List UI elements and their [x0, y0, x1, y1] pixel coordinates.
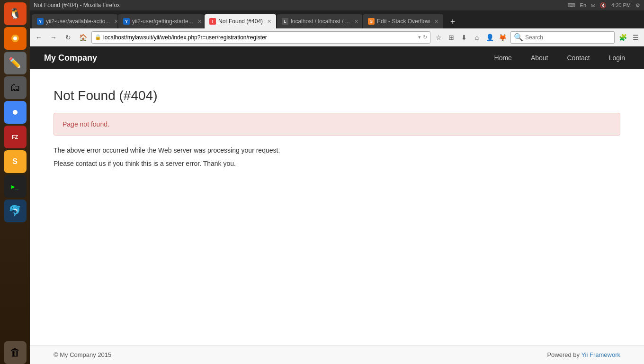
url-bar: 🔒 ▾ ↻ — [91, 31, 430, 44]
tab-close-btn[interactable]: ✕ — [114, 18, 117, 25]
nav-link-contact[interactable]: Contact — [562, 52, 594, 64]
footer-powered: Powered by Yii Framework — [547, 351, 620, 358]
tab-favicon: S — [368, 18, 375, 25]
back-btn[interactable]: ← — [33, 31, 45, 44]
nav-links: Home About Contact Login — [490, 52, 630, 64]
titlebar-controls: ⌨ En ✉ 🔇 4:20 PM ⚙ — [568, 2, 640, 9]
error-desc-1: The above error occurred while the Web s… — [54, 145, 620, 155]
taskbar-icon-mysql[interactable]: 🐬 — [4, 200, 27, 222]
tab-stackoverflow[interactable]: S Edit - Stack Overflow ✕ — [363, 14, 443, 28]
profile-icon[interactable]: 👤 — [484, 32, 495, 43]
lock-icon: 🔒 — [95, 34, 101, 40]
yii-framework-link[interactable]: Yii Framework — [581, 351, 620, 358]
taskbar-icon-folder[interactable]: 🗂 — [4, 76, 27, 99]
taskbar-icon-firefox[interactable] — [4, 27, 27, 50]
volume-icon: 🔇 — [600, 2, 607, 9]
tab-yii-getting[interactable]: Y yii2-user/getting-starte... ✕ — [118, 14, 204, 28]
bookmark-star-icon[interactable]: ☆ — [433, 32, 444, 43]
home-icon[interactable]: ⌂ — [471, 32, 483, 43]
search-bar: 🔍 — [510, 31, 615, 44]
lang-indicator: En — [580, 2, 586, 8]
tab-close-btn[interactable]: ✕ — [434, 18, 438, 25]
refresh-icon[interactable]: ↻ — [423, 34, 427, 40]
tab-close-btn[interactable]: ✕ — [354, 18, 358, 25]
tab-404[interactable]: ! Not Found (#404) ✕ — [205, 14, 276, 28]
powered-prefix: Powered by — [547, 351, 581, 358]
svg-point-2 — [13, 36, 17, 40]
site-brand: My Company — [44, 53, 97, 63]
mail-icon: ✉ — [591, 2, 595, 9]
tab-favicon: Y — [123, 18, 130, 25]
site-navbar: My Company Home About Contact Login — [30, 46, 644, 69]
fox-icon[interactable]: 🦊 — [497, 32, 508, 43]
taskbar-icon-terminal[interactable]: ▶_ — [4, 175, 27, 198]
tab-localhost[interactable]: L localhost / localhost / ... ✕ — [277, 14, 362, 28]
taskbar-icon-chrome[interactable] — [4, 101, 27, 124]
tab-label: localhost / localhost / ... — [291, 18, 350, 25]
footer-copyright: © My Company 2015 — [54, 351, 111, 358]
tab-favicon: Y — [37, 18, 44, 25]
home-btn[interactable]: 🏠 — [77, 31, 89, 44]
settings-icon[interactable]: ⚙ — [635, 2, 640, 9]
tab-favicon: L — [282, 18, 288, 25]
reload-btn[interactable]: ↻ — [62, 31, 74, 44]
nav-link-home[interactable]: Home — [490, 52, 517, 64]
taskbar-icon-trash[interactable]: 🗑 — [4, 341, 27, 364]
forward-btn[interactable]: → — [47, 31, 60, 44]
svg-point-4 — [13, 110, 18, 115]
browser-window: Not Found (#404) - Mozilla Firefox ⌨ En … — [30, 0, 644, 364]
search-icon: 🔍 — [514, 33, 523, 42]
tab-close-btn[interactable]: ✕ — [267, 18, 271, 25]
toolbar-right-icons: 🧩 ☰ — [617, 32, 641, 43]
taskbar-icon-edit[interactable]: ✏️ — [4, 52, 27, 74]
alert-text: Page not found. — [63, 120, 109, 128]
dropdown-icon[interactable]: ▾ — [418, 34, 421, 40]
tab-label: Not Found (#404) — [218, 18, 263, 25]
tab-yii-available[interactable]: Y yii2-user/available-actio... ✕ — [32, 14, 117, 28]
taskbar-icon-ubuntu[interactable]: 🐧 — [4, 2, 27, 25]
keyboard-icon: ⌨ — [568, 2, 575, 9]
clock: 4:20 PM — [611, 2, 631, 8]
menu-icon[interactable]: ☰ — [630, 32, 641, 43]
download-icon[interactable]: ⬇ — [458, 32, 470, 43]
extensions-icon[interactable]: 🧩 — [617, 32, 628, 43]
pocket-icon[interactable]: ⊞ — [446, 32, 457, 43]
taskbar: 🐧 ✏️ 🗂 FZ S ▶_ 🐬 🗑 — [0, 0, 30, 364]
alert-box: Page not found. — [54, 113, 620, 136]
error-desc-2: Please contact us if you think this is a… — [54, 158, 620, 169]
toolbar-action-icons: ☆ ⊞ ⬇ ⌂ 👤 🦊 — [433, 32, 508, 43]
page-content: Not Found (#404) Page not found. The abo… — [30, 69, 644, 345]
tab-close-btn[interactable]: ✕ — [197, 18, 202, 25]
nav-link-login[interactable]: Login — [604, 52, 630, 64]
titlebar: Not Found (#404) - Mozilla Firefox ⌨ En … — [30, 0, 644, 10]
search-input[interactable] — [525, 34, 611, 41]
nav-link-about[interactable]: About — [526, 52, 553, 64]
page-footer: © My Company 2015 Powered by Yii Framewo… — [30, 345, 644, 364]
taskbar-icon-sublime[interactable]: S — [4, 150, 27, 173]
url-input[interactable] — [103, 34, 416, 41]
window-title: Not Found (#404) - Mozilla Firefox — [34, 2, 120, 9]
toolbar: ← → ↻ 🏠 🔒 ▾ ↻ ☆ ⊞ ⬇ ⌂ 👤 🦊 🔍 🧩 ☰ — [30, 28, 644, 46]
error-heading: Not Found (#404) — [54, 88, 620, 103]
tab-label: yii2-user/available-actio... — [46, 18, 110, 25]
tab-favicon: ! — [209, 18, 216, 25]
new-tab-btn[interactable]: + — [446, 15, 459, 28]
tab-label: yii2-user/getting-starte... — [132, 18, 193, 25]
tabbar: Y yii2-user/available-actio... ✕ Y yii2-… — [30, 10, 644, 28]
tab-label: Edit - Stack Overflow — [377, 18, 430, 25]
taskbar-icon-filezilla[interactable]: FZ — [4, 126, 27, 148]
